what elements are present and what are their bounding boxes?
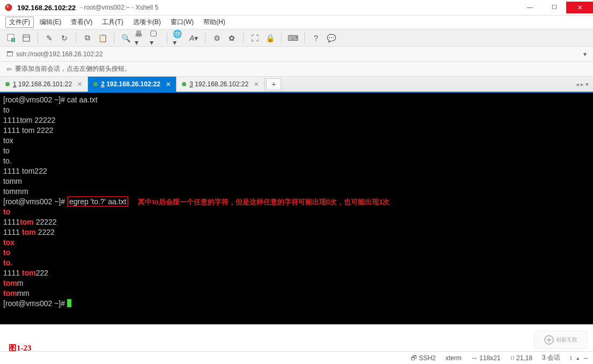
address-text: ssh://root@192.168.26.102:22 (16, 50, 103, 58)
svg-point-1 (6, 5, 9, 8)
hint-text: 要添加当前会话，点击左侧的箭头按钮。 (15, 64, 131, 73)
hint-bar: ⇦ 要添加当前会话，点击左侧的箭头按钮。 (0, 62, 593, 77)
fullscreen-icon[interactable]: ⛶ (249, 32, 261, 44)
address-bar[interactable]: 🗔 ssh://root@192.168.26.102:22 ▾ (0, 47, 593, 62)
window-title-ip: 192.168.26.102:22 (17, 4, 76, 12)
open-icon[interactable] (20, 32, 32, 44)
reconnect-icon[interactable]: ↻ (58, 32, 70, 44)
properties-icon[interactable]: ⚙ (211, 32, 223, 44)
menu-bar: 文件(F) 编辑(E) 查看(V) 工具(T) 选项卡(B) 窗口(W) 帮助(… (0, 16, 593, 29)
close-button[interactable]: ✕ (566, 2, 593, 13)
toolbar: + ✎ ↻ ⧉ 📋 🔍 🖶 ▾ 🖵 ▾ 🌐 ▾ A ▾ ⚙ ✿ ⛶ 🔒 ⌨ ? … (0, 29, 593, 47)
gear-icon[interactable]: ✿ (226, 32, 238, 44)
menu-tab[interactable]: 选项卡(B) (129, 16, 165, 28)
status-size: ↔ 118x21 (471, 354, 501, 362)
status-sessions: 3 会话 (542, 353, 560, 362)
maximize-button[interactable]: ☐ (542, 2, 566, 12)
find-icon[interactable]: 🔍 (120, 32, 131, 44)
screen-icon[interactable]: 🖵 ▾ (150, 32, 162, 44)
status-proto: 🗗 SSH2 (411, 354, 436, 362)
address-dropdown-icon[interactable]: ▾ (583, 50, 587, 58)
status-pos: ⁝⁝ 21,18 (510, 354, 532, 362)
tab-close-icon[interactable]: ✕ (166, 81, 171, 88)
tab-session-2[interactable]: 2 192.168.26.102:22 ✕ (88, 77, 177, 92)
toolbar-separator (114, 33, 114, 43)
status-bar: 🗗 SSH2 xterm ↔ 118x21 ⁝⁝ 21,18 3 会话 ⁞ ▴ … (0, 351, 593, 364)
help-icon[interactable]: ? (310, 32, 322, 44)
toolbar-separator (205, 33, 206, 43)
menu-tools[interactable]: 工具(T) (98, 16, 127, 28)
tab-close-icon[interactable]: ✕ (254, 81, 259, 88)
app-icon (4, 3, 13, 12)
window-title-sub: - root@vms002:~ - Xshell 5 (80, 4, 158, 11)
svg-rect-5 (23, 35, 30, 41)
print-icon[interactable]: 🖶 ▾ (135, 32, 147, 44)
highlight-icon[interactable]: ✎ (43, 32, 55, 44)
menu-window[interactable]: 窗口(W) (167, 16, 197, 28)
comment-icon[interactable]: 💬 (325, 32, 337, 44)
font-icon[interactable]: A ▾ (188, 32, 200, 44)
toolbar-separator (38, 33, 38, 43)
toolbar-separator (304, 33, 305, 43)
menu-edit[interactable]: 编辑(E) (36, 16, 65, 28)
minimize-button[interactable]: — (518, 2, 542, 12)
keyboard-icon[interactable]: ⌨ (287, 32, 299, 44)
svg-text:+: + (12, 38, 14, 42)
globe-icon[interactable]: 🌐 ▾ (173, 32, 185, 44)
toolbar-separator (281, 33, 282, 43)
tab-nav-arrows[interactable]: ◂ ▸ ▾ (576, 77, 593, 92)
paste-icon[interactable]: 📋 (97, 32, 108, 44)
tab-add-button[interactable]: + (266, 78, 281, 90)
menu-file[interactable]: 文件(F) (5, 17, 34, 28)
tab-session-1[interactable]: 1 192.168.26.101:22 ✕ (0, 77, 88, 92)
menu-help[interactable]: 帮助(H) (200, 16, 229, 28)
tab-strip: 1 192.168.26.101:22 ✕ 2 192.168.26.102:2… (0, 77, 593, 93)
lock-icon[interactable]: 🔒 (264, 32, 276, 44)
tab-status-dot (93, 82, 98, 86)
status-more-icon[interactable]: ⁞ ▴ — (570, 354, 588, 362)
new-session-icon[interactable]: + (5, 32, 17, 44)
address-prefix-icon: 🗔 (6, 50, 13, 58)
tab-close-icon[interactable]: ✕ (77, 81, 82, 88)
tab-status-dot (5, 82, 10, 86)
tab-session-3[interactable]: 3 192.168.26.102:22 ✕ (177, 77, 265, 92)
toolbar-separator (167, 33, 167, 43)
status-term: xterm (445, 354, 462, 362)
toolbar-separator (76, 33, 76, 43)
tab-status-dot (182, 82, 186, 86)
watermark-logo: 创新互联 (534, 331, 588, 349)
svg-point-0 (5, 4, 12, 11)
toolbar-separator (243, 33, 244, 43)
menu-view[interactable]: 查看(V) (67, 16, 96, 28)
title-bar: 192.168.26.102:22 - root@vms002:~ - Xshe… (0, 0, 593, 16)
copy-icon[interactable]: ⧉ (82, 32, 93, 44)
hint-arrow-icon[interactable]: ⇦ (6, 65, 12, 73)
terminal-area[interactable]: [root@vms002 ~]# cat aa.txtto1111tom 222… (0, 93, 593, 324)
